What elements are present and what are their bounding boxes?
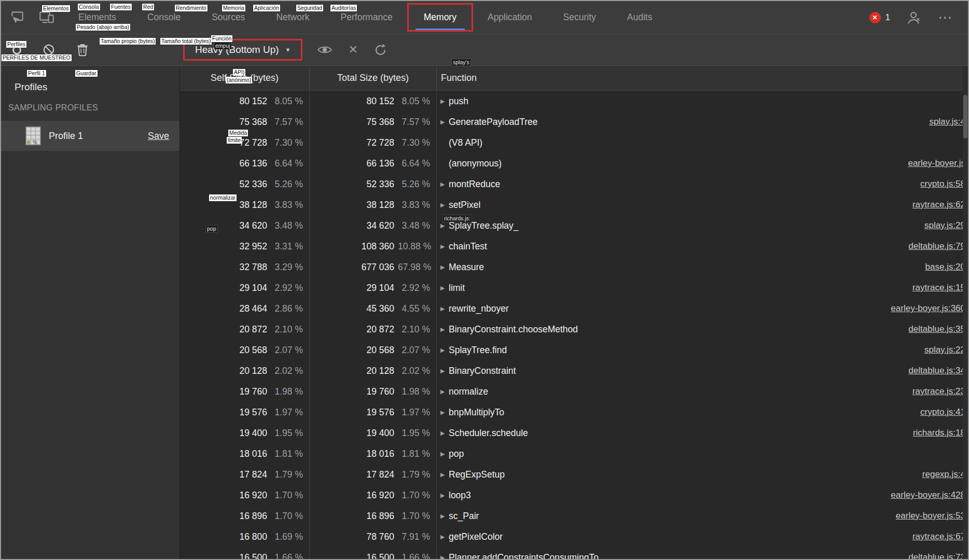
source-link[interactable]: crypto.js:41 [920,407,963,417]
function-cell[interactable]: ▶montReducecrypto.js:58 [437,174,963,194]
table-row[interactable]: 75 3687.57 %75 3687.57 %▶GeneratePayload… [180,111,963,132]
vertical-scrollbar[interactable] [963,66,968,559]
table-row[interactable]: 19 4001.95 %19 4001.95 %▶Scheduler.sched… [180,423,963,443]
expand-arrow-icon[interactable]: ▶ [440,181,449,188]
function-cell[interactable]: ▶normalizeraytrace.js:23 [437,381,963,402]
table-row[interactable]: 20 5682.07 %20 5682.07 %▶SplayTree.finds… [180,340,963,360]
function-cell[interactable]: ▶(anonymous)earley-boyer.js [437,153,963,174]
function-cell[interactable]: ▶GeneratePayloadTreesplay.js:4 [437,111,963,132]
tab-sources[interactable]: Sources [196,1,260,34]
table-row[interactable]: 16 9201.70 %16 9201.70 %▶loop3earley-boy… [180,485,963,506]
expand-arrow-icon[interactable]: ▶ [440,513,449,520]
inspect-element-icon[interactable] [9,9,25,25]
view-select-dropdown[interactable]: Heavy (Bottom Up) ▼ [195,44,290,55]
expand-arrow-icon[interactable]: ▶ [440,326,449,333]
function-cell[interactable]: ▶Measurebase.js:20 [437,257,963,277]
table-row[interactable]: 17 8241.79 %17 8241.79 %▶RegExpSetuprege… [180,464,963,485]
expand-arrow-icon[interactable]: ▶ [440,202,449,208]
source-link[interactable]: raytrace.js:23 [912,386,963,397]
function-cell[interactable]: ▶Planner.addConstraintsConsumingTodeltab… [437,547,963,559]
function-cell[interactable]: ▶RegExpSetupregexp.js:4 [437,464,963,485]
save-link[interactable]: Save [148,131,169,142]
tab-security[interactable]: Security [548,1,612,34]
expand-arrow-icon[interactable]: ▶ [440,222,449,229]
scrollbar-thumb[interactable] [963,95,967,138]
expand-arrow-icon[interactable]: ▶ [440,98,449,105]
expand-arrow-icon[interactable]: ▶ [440,285,449,291]
tab-performance[interactable]: Performance [325,1,408,34]
expand-arrow-icon[interactable]: ▶ [440,492,449,499]
function-cell[interactable]: ▶SplayTree.findsplay.js:22 [437,340,963,360]
source-link[interactable]: richards.js:18 [913,428,963,438]
source-link[interactable]: deltablue.js:35 [908,324,963,334]
expand-arrow-icon[interactable]: ▶ [440,243,449,250]
tab-application[interactable]: Application [472,1,548,34]
expand-arrow-icon[interactable]: ▶ [440,409,449,416]
clear-all-profiles-button[interactable] [41,42,57,58]
tab-memory[interactable]: Memory [408,1,472,34]
source-link[interactable]: crypto.js:58 [920,179,963,189]
function-cell[interactable]: ▶(V8 API) [437,132,963,153]
source-link[interactable]: earley-boyer.js [908,158,963,169]
tab-elements[interactable]: Elements [63,1,132,34]
function-cell[interactable]: ▶getPixelColorraytrace.js:67 [437,526,963,547]
function-cell[interactable]: ▶setPixelraytrace.js:62 [437,194,963,215]
refresh-icon[interactable] [372,42,389,58]
table-row[interactable]: 19 7601.98 %19 7601.98 %▶normalizeraytra… [180,381,963,402]
source-link[interactable]: splay.js:4 [929,117,963,127]
table-row[interactable]: 52 3365.26 %52 3365.26 %▶montReducecrypt… [180,174,963,194]
table-row[interactable]: 66 1366.64 %66 1366.64 %▶(anonymous)earl… [180,153,963,174]
function-cell[interactable]: ▶sc_Pairearley-boyer.js:53 [437,506,963,526]
table-row[interactable]: 16 8961.70 %16 8961.70 %▶sc_Pairearley-b… [180,506,963,526]
close-icon[interactable]: ✕ [347,43,358,57]
table-row[interactable]: 38 1283.83 %38 1283.83 %▶setPixelraytrac… [180,194,963,215]
expand-arrow-icon[interactable]: ▶ [440,534,449,540]
source-link[interactable]: deltablue.js:73 [908,552,963,559]
expand-arrow-icon[interactable]: ▶ [440,347,449,354]
function-cell[interactable]: ▶loop3earley-boyer.js:428 [437,485,963,506]
table-row[interactable]: 72 7287.30 %72 7287.30 %▶(V8 API) [180,132,963,153]
source-link[interactable]: earley-boyer.js:428 [891,490,963,500]
source-link[interactable]: base.js:20 [925,262,963,272]
source-link[interactable]: splay.js:29 [924,220,963,231]
table-row[interactable]: 32 7883.29 %677 03667.98 %▶Measurebase.j… [180,257,963,277]
source-link[interactable]: earley-boyer.js:360 [891,303,963,314]
source-link[interactable]: raytrace.js:62 [912,200,963,210]
function-cell[interactable]: ▶BinaryConstraintdeltablue.js:34 [437,360,963,381]
expand-arrow-icon[interactable]: ▶ [440,430,449,437]
error-badge[interactable]: ✕ 1 [869,12,890,23]
function-cell[interactable]: ▶pop [437,443,963,464]
expand-arrow-icon[interactable]: ▶ [440,119,449,125]
source-link[interactable]: regexp.js:4 [922,469,963,480]
expand-arrow-icon[interactable]: ▶ [440,471,449,478]
table-row[interactable]: 20 1282.02 %20 1282.02 %▶BinaryConstrain… [180,360,963,381]
source-link[interactable]: earley-boyer.js:53 [896,511,963,521]
delete-profile-button[interactable] [75,42,90,58]
record-button[interactable] [11,45,22,55]
expand-arrow-icon[interactable]: ▶ [440,388,449,395]
table-row[interactable]: 18 0161.81 %18 0161.81 %▶pop [180,443,963,464]
table-row[interactable]: 16 8001.69 %78 7607.91 %▶getPixelColorra… [180,526,963,547]
column-header-function[interactable]: Function [437,66,963,90]
source-link[interactable]: splay.js:22 [924,345,963,355]
expand-arrow-icon[interactable]: ▶ [440,305,449,312]
function-cell[interactable]: ▶BinaryConstraint.chooseMethoddeltablue.… [437,319,963,340]
function-cell[interactable]: ▶SplayTree.splay_splay.js:29 [437,215,963,236]
function-cell[interactable]: ▶push [437,91,963,111]
column-header-total-size[interactable]: Total Size (bytes) [310,66,437,90]
expand-arrow-icon[interactable]: ▶ [440,368,449,374]
table-row[interactable]: 16 5001.66 %16 5001.66 %▶Planner.addCons… [180,547,963,559]
function-cell[interactable]: ▶rewrite_nboyerearley-boyer.js:360 [437,298,963,319]
table-row[interactable]: 20 8722.10 %20 8722.10 %▶BinaryConstrain… [180,319,963,340]
tab-audits[interactable]: Audits [612,1,668,34]
expand-arrow-icon[interactable]: ▶ [440,264,449,271]
device-toolbar-icon[interactable] [38,9,56,26]
profile-item[interactable]: % Profile 1 Save [1,121,179,151]
function-cell[interactable]: ▶bnpMultiplyTocrypto.js:41 [437,402,963,423]
more-menu-icon[interactable]: ⋯ [937,13,954,21]
function-cell[interactable]: ▶Scheduler.schedulerichards.js:18 [437,423,963,443]
source-link[interactable]: raytrace.js:15 [912,283,963,293]
source-link[interactable]: deltablue.js:34 [908,366,963,376]
expand-arrow-icon[interactable]: ▶ [440,451,449,457]
table-row[interactable]: 80 1528.05 %80 1528.05 %▶push [180,91,963,111]
